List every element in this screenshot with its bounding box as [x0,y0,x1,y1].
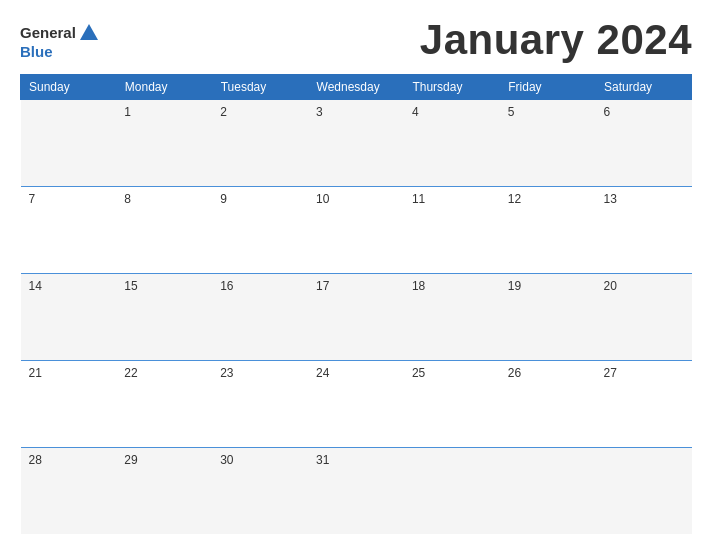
calendar-day-header: Wednesday [308,75,404,100]
calendar-day-cell: 20 [596,273,692,360]
calendar-page: General Blue January 2024 SundayMondayTu… [0,0,712,550]
calendar-day-header: Tuesday [212,75,308,100]
day-number: 10 [316,192,329,206]
calendar-day-cell: 19 [500,273,596,360]
calendar-day-header: Sunday [21,75,117,100]
day-number: 21 [29,366,42,380]
day-number: 14 [29,279,42,293]
day-number: 7 [29,192,36,206]
calendar-day-cell: 30 [212,447,308,534]
svg-marker-0 [80,24,98,40]
calendar-day-cell: 17 [308,273,404,360]
calendar-day-cell: 6 [596,100,692,187]
calendar-day-cell: 27 [596,360,692,447]
day-number: 1 [124,105,131,119]
day-number: 29 [124,453,137,467]
calendar-day-cell: 23 [212,360,308,447]
calendar-week-row: 21222324252627 [21,360,692,447]
calendar-day-header: Friday [500,75,596,100]
calendar-day-cell [500,447,596,534]
calendar-day-cell: 24 [308,360,404,447]
day-number: 23 [220,366,233,380]
day-number: 16 [220,279,233,293]
logo: General Blue [20,22,102,59]
day-number: 24 [316,366,329,380]
day-number: 27 [604,366,617,380]
calendar-day-cell [596,447,692,534]
day-number: 9 [220,192,227,206]
calendar-day-cell: 15 [116,273,212,360]
calendar-week-row: 28293031 [21,447,692,534]
calendar-day-header: Saturday [596,75,692,100]
calendar-header-row: SundayMondayTuesdayWednesdayThursdayFrid… [21,75,692,100]
calendar-day-cell: 13 [596,186,692,273]
calendar-day-cell: 1 [116,100,212,187]
calendar-day-cell: 21 [21,360,117,447]
calendar-day-cell: 2 [212,100,308,187]
calendar-day-cell: 31 [308,447,404,534]
day-number: 25 [412,366,425,380]
calendar-day-cell: 18 [404,273,500,360]
day-number: 3 [316,105,323,119]
calendar-week-row: 14151617181920 [21,273,692,360]
calendar-day-header: Thursday [404,75,500,100]
logo-triangle-icon [78,22,100,44]
day-number: 13 [604,192,617,206]
day-number: 26 [508,366,521,380]
calendar-title: January 2024 [420,16,692,64]
calendar-day-cell: 29 [116,447,212,534]
calendar-day-cell: 26 [500,360,596,447]
calendar-table: SundayMondayTuesdayWednesdayThursdayFrid… [20,74,692,534]
day-number: 11 [412,192,425,206]
day-number: 28 [29,453,42,467]
day-number: 12 [508,192,521,206]
calendar-week-row: 123456 [21,100,692,187]
calendar-day-cell: 8 [116,186,212,273]
calendar-day-cell: 10 [308,186,404,273]
day-number: 15 [124,279,137,293]
calendar-day-cell: 25 [404,360,500,447]
logo-general-text: General [20,25,76,40]
day-number: 5 [508,105,515,119]
calendar-day-cell: 5 [500,100,596,187]
day-number: 17 [316,279,329,293]
calendar-week-row: 78910111213 [21,186,692,273]
calendar-day-cell: 16 [212,273,308,360]
calendar-day-cell: 12 [500,186,596,273]
calendar-day-cell: 14 [21,273,117,360]
day-number: 18 [412,279,425,293]
calendar-day-cell: 3 [308,100,404,187]
day-number: 8 [124,192,131,206]
calendar-day-cell: 9 [212,186,308,273]
day-number: 31 [316,453,329,467]
calendar-day-cell [404,447,500,534]
calendar-day-cell: 7 [21,186,117,273]
day-number: 2 [220,105,227,119]
day-number: 20 [604,279,617,293]
header: General Blue January 2024 [20,16,692,64]
calendar-day-cell: 22 [116,360,212,447]
calendar-day-cell [21,100,117,187]
calendar-day-cell: 4 [404,100,500,187]
logo-blue-text: Blue [20,44,102,59]
day-number: 19 [508,279,521,293]
day-number: 6 [604,105,611,119]
day-number: 30 [220,453,233,467]
calendar-day-header: Monday [116,75,212,100]
calendar-day-cell: 28 [21,447,117,534]
calendar-day-cell: 11 [404,186,500,273]
day-number: 4 [412,105,419,119]
day-number: 22 [124,366,137,380]
